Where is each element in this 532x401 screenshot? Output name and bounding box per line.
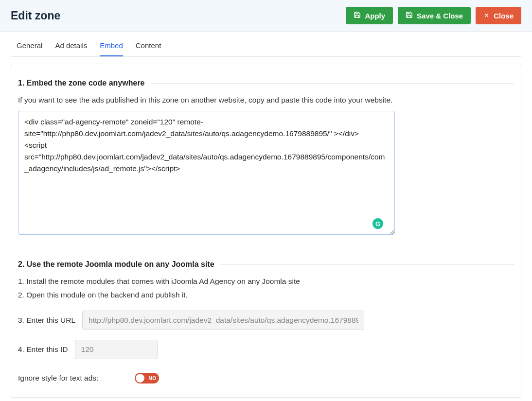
header-actions: Apply Save & Close Close <box>346 7 521 24</box>
section2-title-wrap: 2. Use the remote Joomla module on any J… <box>18 260 514 269</box>
step3-label: 3. Enter this URL <box>18 316 75 325</box>
close-button[interactable]: Close <box>476 7 521 24</box>
save-icon <box>406 11 413 20</box>
save-close-button[interactable]: Save & Close <box>398 7 471 24</box>
step1-text: 1. Install the remote modules that comes… <box>18 276 514 287</box>
section2: 2. Use the remote Joomla module on any J… <box>18 260 514 384</box>
apply-button[interactable]: Apply <box>346 7 393 24</box>
page-title: Edit zone <box>11 9 60 22</box>
toggle-state: NO <box>149 376 157 381</box>
section1-title: 1. Embed the zone code anywhere <box>18 79 151 87</box>
apply-label: Apply <box>365 12 385 20</box>
step2-text: 2. Open this module on the backend and p… <box>18 289 514 301</box>
ignore-style-row: Ignore style for text ads: NO <box>18 373 514 384</box>
tab-content[interactable]: Content <box>136 41 161 56</box>
grammarly-icon[interactable]: G <box>372 218 383 229</box>
step3-row: 3. Enter this URL <box>18 311 514 330</box>
section1-desc: If you want to see the ads published in … <box>18 94 514 106</box>
id-input[interactable] <box>75 340 158 359</box>
tab-general[interactable]: General <box>17 41 42 56</box>
ignore-style-toggle[interactable]: NO <box>135 373 159 384</box>
save-close-label: Save & Close <box>417 12 463 20</box>
section1-title-wrap: 1. Embed the zone code anywhere <box>18 79 514 87</box>
url-input[interactable] <box>82 311 364 330</box>
tabs-bar: General Ad details Embed Content <box>0 32 532 56</box>
tab-embed[interactable]: Embed <box>100 41 123 56</box>
save-icon <box>354 11 361 20</box>
step4-label: 4. Enter this ID <box>18 345 68 354</box>
step4-row: 4. Enter this ID <box>18 340 514 359</box>
section2-title: 2. Use the remote Joomla module on any J… <box>18 260 220 268</box>
header-bar: Edit zone Apply Save & Close Close <box>0 0 532 32</box>
embed-panel: 1. Embed the zone code anywhere If you w… <box>11 64 521 398</box>
ignore-style-label: Ignore style for text ads: <box>18 374 98 383</box>
tabs-divider <box>11 56 521 57</box>
close-label: Close <box>494 12 514 20</box>
toggle-knob <box>136 374 144 383</box>
tab-ad-details[interactable]: Ad details <box>55 41 87 56</box>
embed-code-textarea[interactable] <box>18 111 395 235</box>
close-icon <box>483 12 490 20</box>
code-textarea-wrap: G <box>18 111 395 237</box>
